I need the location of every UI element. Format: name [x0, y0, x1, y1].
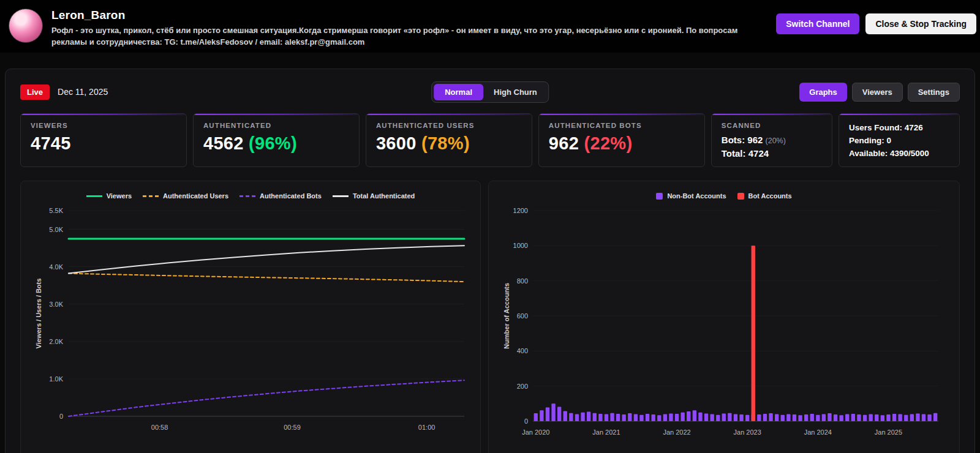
stat-label: VIEWERS — [31, 122, 176, 129]
scanned-bots-line: Bots: 962 (20%) — [722, 133, 822, 147]
bar-chart-legend: Non-Bot AccountsBot Accounts — [499, 189, 949, 203]
legend-swatch — [143, 195, 159, 197]
stat-card-scanned: SCANNED Bots: 962 (20%) Total: 4724 — [711, 113, 832, 167]
svg-text:1000: 1000 — [513, 242, 528, 249]
svg-text:4.0K: 4.0K — [49, 263, 63, 271]
svg-text:2.0K: 2.0K — [49, 338, 63, 345]
stat-card-authenticated: AUTHENTICATED 4562 (96%) — [193, 113, 360, 167]
legend-swatch — [86, 195, 102, 197]
stat-card-authenticated-users: AUTHENTICATED USERS 3600 (78%) — [366, 113, 532, 167]
svg-text:1200: 1200 — [513, 207, 528, 214]
svg-text:Number of Accounts: Number of Accounts — [503, 283, 510, 349]
svg-text:Jan 2023: Jan 2023 — [734, 429, 761, 436]
svg-text:Jan 2020: Jan 2020 — [522, 429, 549, 436]
svg-text:1.0K: 1.0K — [49, 375, 63, 383]
tab-settings[interactable]: Settings — [908, 83, 960, 102]
stats-row: VIEWERS 4745 AUTHENTICATED 4562 (96%) AU… — [20, 113, 960, 167]
account-age-bar-chart: 020040060080010001200Jan 2020Jan 2021Jan… — [499, 206, 946, 446]
channel-name: Leron_Baron — [51, 9, 765, 22]
svg-text:5.5K: 5.5K — [49, 207, 63, 214]
line-chart-legend: ViewersAuthenticated UsersAuthenticated … — [31, 189, 470, 203]
legend-label: Authenticated Bots — [260, 192, 322, 200]
svg-text:0: 0 — [59, 413, 63, 420]
viewers-line-chart-panel: ViewersAuthenticated UsersAuthenticated … — [20, 181, 481, 453]
legend-swatch — [333, 195, 349, 197]
legend-swatch — [239, 195, 255, 197]
stat-value-percent: (78%) — [421, 133, 470, 153]
svg-text:600: 600 — [517, 312, 528, 320]
account-age-bar-chart-panel: Non-Bot AccountsBot Accounts 02004006008… — [488, 181, 960, 453]
legend-label: Bot Accounts — [748, 192, 792, 200]
legend-label: Viewers — [107, 192, 132, 200]
view-tabs: Graphs Viewers Settings — [799, 83, 960, 102]
svg-text:00:58: 00:58 — [151, 424, 168, 431]
tab-viewers[interactable]: Viewers — [852, 83, 903, 102]
stat-value: 3600 (78%) — [376, 133, 522, 154]
channel-header: Leron_Baron Рофл - это шутка, прикол, ст… — [0, 0, 980, 53]
svg-text:00:59: 00:59 — [284, 424, 301, 431]
pending-line: Pending: 0 — [849, 135, 949, 148]
dashboard-toolbar: Live Dec 11, 2025 Normal High Churn Grap… — [20, 81, 960, 102]
legend-label: Total Authenticated — [353, 192, 415, 200]
tab-graphs[interactable]: Graphs — [799, 83, 847, 102]
svg-text:5.0K: 5.0K — [49, 226, 63, 233]
stat-value: 4562 (96%) — [203, 133, 349, 154]
legend-swatch — [656, 193, 663, 200]
switch-channel-button[interactable]: Switch Channel — [776, 13, 859, 34]
stat-value-number: 4562 — [203, 133, 244, 153]
svg-text:3.0K: 3.0K — [49, 301, 63, 308]
mode-high-churn-button[interactable]: High Churn — [484, 84, 546, 100]
svg-text:01:00: 01:00 — [418, 424, 435, 431]
stat-value-number: 3600 — [376, 133, 417, 153]
live-badge: Live — [20, 84, 50, 100]
users-found-line: Users Found: 4726 — [849, 122, 949, 135]
legend-label: Non-Bot Accounts — [667, 192, 726, 200]
channel-avatar — [9, 9, 43, 43]
viewers-line-chart: 01.0K2.0K3.0K4.0K5.0K5.5K00:5800:5901:00… — [31, 206, 470, 438]
svg-text:Jan 2021: Jan 2021 — [592, 429, 620, 436]
svg-text:Jan 2022: Jan 2022 — [663, 429, 690, 436]
stat-value: 962 (22%) — [549, 133, 695, 154]
stat-label: AUTHENTICATED USERS — [376, 122, 522, 129]
stat-label: AUTHENTICATED BOTS — [549, 122, 695, 129]
legend-item-non-bot-accounts[interactable]: Non-Bot Accounts — [656, 192, 726, 200]
charts-row: ViewersAuthenticated UsersAuthenticated … — [20, 181, 960, 453]
legend-item-viewers[interactable]: Viewers — [86, 192, 132, 200]
svg-text:0: 0 — [524, 417, 528, 425]
available-line: Available: 4390/5000 — [849, 148, 949, 160]
channel-description: Рофл - это шутка, прикол, стёб или прост… — [51, 25, 765, 48]
svg-text:400: 400 — [517, 347, 528, 354]
scanned-total-line: Total: 4724 — [722, 147, 822, 160]
stat-value-number: 4745 — [31, 133, 71, 153]
svg-text:800: 800 — [517, 277, 528, 285]
legend-item-authenticated-bots[interactable]: Authenticated Bots — [239, 192, 322, 200]
stat-value-number: 962 — [549, 133, 579, 153]
svg-text:Jan 2024: Jan 2024 — [804, 429, 832, 436]
legend-item-authenticated-users[interactable]: Authenticated Users — [143, 192, 228, 200]
stat-value-percent: (96%) — [249, 133, 297, 153]
stat-value: 4745 — [31, 133, 176, 154]
close-stop-tracking-button[interactable]: Close & Stop Tracking — [865, 13, 976, 34]
tracking-dashboard-panel: Live Dec 11, 2025 Normal High Churn Grap… — [5, 69, 975, 453]
legend-item-total-authenticated[interactable]: Total Authenticated — [333, 192, 415, 200]
stream-date: Dec 11, 2025 — [58, 87, 108, 97]
mode-normal-button[interactable]: Normal — [434, 84, 483, 100]
legend-item-bot-accounts[interactable]: Bot Accounts — [737, 192, 792, 200]
legend-label: Authenticated Users — [163, 192, 228, 200]
header-actions: Switch Channel Close & Stop Tracking — [776, 13, 976, 34]
legend-swatch — [737, 193, 744, 200]
svg-text:Jan 2025: Jan 2025 — [875, 429, 902, 436]
stat-label: SCANNED — [722, 122, 822, 129]
stat-label: AUTHENTICATED — [203, 122, 349, 129]
svg-text:Viewers / Users / Bots: Viewers / Users / Bots — [35, 279, 42, 349]
svg-text:200: 200 — [517, 383, 528, 390]
stat-value-percent: (22%) — [584, 133, 633, 153]
stat-card-viewers: VIEWERS 4745 — [20, 113, 187, 167]
stat-card-quota: Users Found: 4726 Pending: 0 Available: … — [839, 113, 960, 167]
churn-mode-toggle: Normal High Churn — [431, 81, 549, 103]
scanned-bots-percent: (20%) — [766, 137, 786, 145]
stat-card-authenticated-bots: AUTHENTICATED BOTS 962 (22%) — [538, 113, 705, 167]
